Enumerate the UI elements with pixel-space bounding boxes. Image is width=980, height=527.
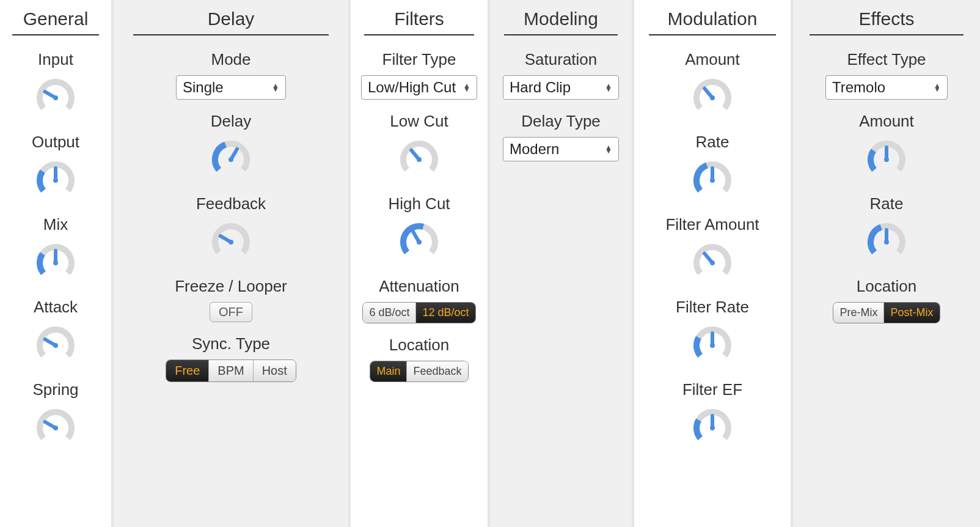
updown-icon: ▲▼: [463, 84, 470, 91]
effects-title: Effects: [810, 9, 964, 35]
svg-point-21: [710, 178, 715, 183]
lowcut-label: Low Cut: [390, 112, 448, 131]
mod-amount-knob[interactable]: [690, 75, 735, 120]
loc-postmix-button[interactable]: Post-Mix: [884, 303, 939, 323]
modeling-title: Modeling: [504, 9, 618, 35]
mix-knob[interactable]: [33, 240, 78, 286]
loc-premix-button[interactable]: Pre-Mix: [833, 303, 884, 323]
filter-ef-label: Filter EF: [682, 380, 742, 399]
effect-type-label: Effect Type: [847, 50, 926, 69]
mode-select[interactable]: Single▲▼: [176, 75, 286, 100]
feedback-label: Feedback: [196, 194, 266, 213]
svg-point-11: [229, 157, 233, 162]
filters-panel: Filters Filter Type Low/High Cut▲▼ Low C…: [351, 0, 490, 527]
delay-title: Delay: [133, 9, 329, 35]
delay-type-label: Delay Type: [521, 112, 601, 131]
filter-amount-label: Filter Amount: [665, 215, 759, 234]
sync-segmented: Free BPM Host: [166, 359, 296, 382]
svg-point-25: [710, 343, 715, 348]
freeze-label: Freeze / Looper: [175, 277, 287, 296]
eff-location-label: Location: [857, 277, 916, 296]
eff-amount-knob[interactable]: [864, 137, 909, 182]
svg-point-5: [53, 260, 58, 265]
svg-point-15: [417, 157, 422, 162]
mod-rate-label: Rate: [696, 133, 730, 152]
eff-amount-label: Amount: [859, 112, 914, 131]
svg-point-13: [229, 240, 233, 245]
mix-label: Mix: [43, 215, 68, 234]
filter-amount-knob[interactable]: [690, 240, 735, 286]
mod-amount-label: Amount: [685, 50, 740, 69]
highcut-label: High Cut: [388, 194, 450, 213]
output-knob[interactable]: [33, 158, 78, 203]
input-label: Input: [38, 50, 73, 69]
svg-point-9: [53, 426, 58, 430]
modeling-panel: Modeling Saturation Hard Clip▲▼ Delay Ty…: [490, 0, 634, 527]
attack-knob[interactable]: [33, 323, 78, 368]
updown-icon: ▲▼: [934, 84, 941, 91]
general-panel: General Input Output Mix Attack Spring: [0, 0, 114, 527]
saturation-label: Saturation: [525, 50, 598, 69]
general-title: General: [12, 9, 100, 35]
svg-point-17: [417, 240, 422, 245]
loc-feedback-button[interactable]: Feedback: [407, 361, 467, 381]
sync-host-button[interactable]: Host: [254, 360, 296, 381]
modulation-title: Modulation: [649, 9, 776, 35]
freeze-toggle[interactable]: OFF: [210, 302, 252, 322]
filter-location-segmented: Main Feedback: [370, 361, 468, 382]
updown-icon: ▲▼: [272, 84, 279, 91]
svg-point-27: [710, 426, 715, 430]
svg-point-1: [53, 95, 58, 100]
filter-ef-knob[interactable]: [690, 405, 735, 451]
filter-location-label: Location: [389, 336, 449, 355]
spring-knob[interactable]: [33, 405, 78, 451]
highcut-knob[interactable]: [397, 219, 442, 265]
updown-icon: ▲▼: [605, 84, 612, 91]
svg-point-29: [884, 157, 889, 162]
filter-rate-knob[interactable]: [690, 323, 735, 368]
delay-knob[interactable]: [208, 137, 254, 182]
sync-bpm-button[interactable]: BPM: [209, 360, 253, 381]
filter-type-label: Filter Type: [382, 50, 456, 69]
mod-rate-knob[interactable]: [690, 158, 735, 203]
filter-rate-label: Filter Rate: [676, 298, 749, 317]
spring-label: Spring: [32, 380, 78, 399]
attenuation-segmented: 6 dB/oct 12 dB/oct: [362, 302, 475, 323]
delay-param-label: Delay: [211, 112, 251, 131]
effect-type-select[interactable]: Tremolo▲▼: [825, 75, 948, 100]
lowcut-knob[interactable]: [397, 137, 442, 182]
atten-6db-button[interactable]: 6 dB/oct: [363, 303, 416, 323]
svg-point-19: [710, 95, 715, 100]
svg-point-3: [53, 178, 58, 183]
delay-type-select[interactable]: Modern▲▼: [503, 137, 619, 161]
output-label: Output: [32, 133, 79, 152]
sync-free-button[interactable]: Free: [166, 360, 209, 381]
updown-icon: ▲▼: [605, 146, 612, 153]
svg-point-31: [884, 240, 889, 245]
loc-main-button[interactable]: Main: [370, 361, 407, 381]
svg-point-7: [53, 343, 58, 348]
effects-panel: Effects Effect Type Tremolo▲▼ Amount Rat…: [793, 0, 980, 527]
filter-type-select[interactable]: Low/High Cut▲▼: [361, 75, 477, 100]
modulation-panel: Modulation Amount Rate Filter Amount Fil…: [634, 0, 793, 527]
sync-label: Sync. Type: [192, 334, 270, 353]
delay-panel: Delay Mode Single▲▼ Delay Feedback Freez…: [114, 0, 351, 527]
eff-location-segmented: Pre-Mix Post-Mix: [833, 302, 940, 323]
atten-12db-button[interactable]: 12 dB/oct: [416, 303, 475, 323]
attenuation-label: Attenuation: [379, 277, 459, 296]
filters-title: Filters: [364, 9, 474, 35]
mode-label: Mode: [211, 50, 250, 69]
saturation-select[interactable]: Hard Clip▲▼: [503, 75, 619, 100]
feedback-knob[interactable]: [208, 219, 254, 265]
input-knob[interactable]: [33, 75, 78, 120]
attack-label: Attack: [34, 298, 78, 317]
eff-rate-label: Rate: [870, 194, 904, 213]
svg-point-23: [710, 260, 715, 265]
eff-rate-knob[interactable]: [864, 219, 909, 265]
